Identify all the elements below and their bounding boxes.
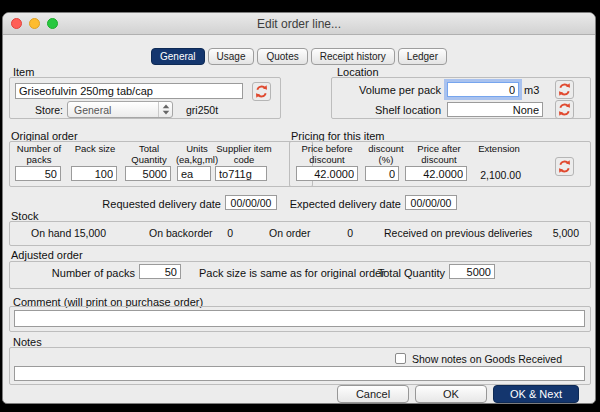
tab-general[interactable]: General	[151, 48, 205, 65]
store-label: Store:	[35, 104, 63, 116]
refresh-icon	[557, 102, 572, 117]
requested-delivery-date-label: Requested delivery date	[89, 198, 221, 210]
discount-input[interactable]	[365, 166, 399, 181]
price-before-discount-input[interactable]	[296, 166, 358, 181]
units-input[interactable]	[177, 166, 211, 181]
shelf-location-input[interactable]	[447, 102, 543, 117]
on-order-value: 0	[333, 227, 353, 239]
tab-bar: General Usage Quotes Receipt history Led…	[3, 48, 595, 65]
refresh-icon	[557, 82, 572, 97]
adjusted-packs-label: Number of packs	[43, 267, 135, 279]
item-refresh-button[interactable]	[252, 82, 271, 101]
tab-receipt-history[interactable]: Receipt history	[311, 48, 395, 65]
volume-per-pack-label: Volume per pack	[333, 84, 441, 96]
tab-ledger[interactable]: Ledger	[398, 48, 447, 65]
adjusted-packs-input[interactable]	[139, 264, 181, 279]
pack-size-input[interactable]	[71, 166, 117, 181]
received-previous-value: 5,000	[533, 227, 579, 239]
backorder-label: On backorder	[149, 227, 213, 239]
notes-input[interactable]	[14, 366, 585, 381]
on-order-label: On order	[269, 227, 310, 239]
shelf-location-label: Shelf location	[333, 104, 441, 116]
ok-button[interactable]: OK	[415, 385, 487, 403]
header-price-after-discount: Price after discount	[409, 144, 469, 166]
adjusted-total-label: Total Quantity	[343, 267, 445, 279]
show-notes-checkbox[interactable]	[395, 353, 406, 364]
pricing-refresh-button[interactable]	[555, 157, 574, 176]
tab-quotes[interactable]: Quotes	[257, 48, 307, 65]
refresh-icon	[254, 84, 269, 99]
header-discount: discount (%)	[363, 144, 409, 166]
refresh-icon	[557, 159, 572, 174]
extension-value: 2,100.00	[471, 169, 521, 181]
header-supplier-item-code: Supplier item code	[215, 144, 273, 166]
item-code: gri250t	[186, 104, 218, 116]
shelf-refresh-button[interactable]	[555, 100, 574, 119]
backorder-value: 0	[213, 227, 233, 239]
cancel-button[interactable]: Cancel	[337, 385, 409, 403]
header-total-quantity: Total Quantity	[123, 144, 175, 166]
screen: Edit order line... General Usage Quotes …	[0, 0, 600, 412]
supplier-item-code-input[interactable]	[215, 166, 267, 181]
total-quantity-input[interactable]	[125, 166, 171, 181]
edit-order-line-dialog: Edit order line... General Usage Quotes …	[2, 12, 596, 404]
adjusted-order-section-label: Adjusted order	[11, 249, 83, 261]
item-name-input[interactable]	[15, 83, 243, 99]
expected-delivery-date-label: Expected delivery date	[273, 198, 401, 210]
dropdown-arrows-icon	[158, 102, 172, 117]
volume-per-pack-input[interactable]	[447, 82, 519, 97]
expected-delivery-date-input[interactable]	[405, 195, 457, 210]
received-previous-label: Received on previous deliveries	[384, 227, 532, 239]
header-units: Units (ea,kg,ml)	[173, 144, 221, 166]
number-of-packs-input[interactable]	[15, 166, 61, 181]
volume-unit-label: m3	[524, 84, 539, 96]
header-extension: Extension	[471, 144, 527, 155]
price-after-discount-input[interactable]	[405, 166, 467, 181]
volume-refresh-button[interactable]	[555, 80, 574, 99]
show-notes-checkbox-label: Show notes on Goods Received	[412, 353, 562, 365]
comment-input[interactable]	[14, 310, 585, 327]
header-number-of-packs: Number of packs	[13, 144, 65, 166]
requested-delivery-date-input[interactable]	[225, 195, 277, 210]
store-value: General	[74, 104, 111, 116]
tab-usage[interactable]: Usage	[208, 48, 255, 65]
adjusted-total-input[interactable]	[449, 264, 495, 279]
header-pack-size: Pack size	[67, 144, 123, 155]
titlebar: Edit order line...	[3, 13, 595, 35]
header-price-before-discount: Price before discount	[295, 144, 359, 166]
window-title: Edit order line...	[3, 17, 595, 31]
on-hand-value: 15,000	[59, 227, 106, 239]
ok-next-button[interactable]: OK & Next	[493, 385, 579, 403]
store-dropdown[interactable]: General	[67, 101, 173, 118]
